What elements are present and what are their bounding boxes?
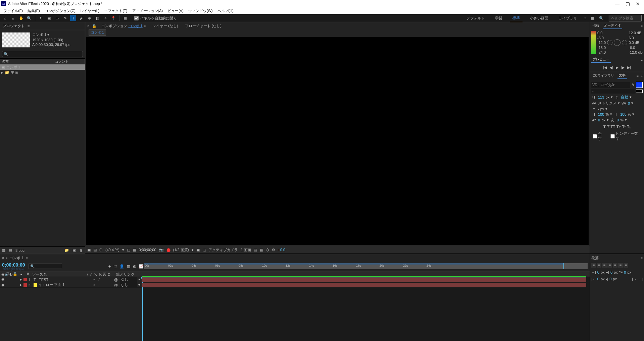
workspace-library[interactable]: ライブラリ xyxy=(556,14,580,22)
parent-pickwhip-icon[interactable]: @ xyxy=(114,283,119,287)
column-name[interactable]: 名前 xyxy=(0,59,53,64)
dropdown-icon[interactable]: ▾ xyxy=(138,283,140,287)
stroke-value[interactable]: 0 xyxy=(617,118,619,122)
draft-3d-icon[interactable]: ⬚ xyxy=(113,264,117,269)
dropdown-icon[interactable]: ▾ xyxy=(625,118,627,122)
dropdown-icon[interactable]: ▾ xyxy=(611,95,613,99)
superscript[interactable]: T¹ xyxy=(622,125,626,129)
camera-dropdown[interactable]: アクティブカメラ xyxy=(208,247,238,252)
3d-icon[interactable]: ⬚ xyxy=(202,248,206,252)
view-dropdown[interactable]: 1 画面 xyxy=(241,247,251,252)
font-dropdown[interactable]: VDL ロゴ丸Jr xyxy=(591,82,630,88)
leading-value[interactable]: 自動 xyxy=(621,95,628,100)
minimize-button[interactable]: — xyxy=(615,1,620,6)
dropdown-icon[interactable]: ▾ xyxy=(138,277,140,282)
font-size-value[interactable]: 113 xyxy=(598,95,604,99)
visibility-toggle[interactable]: ◉ xyxy=(1,283,5,287)
expand-icon[interactable]: » xyxy=(641,74,643,78)
font-style-dropdown[interactable]: - xyxy=(591,89,635,94)
vscale-value[interactable]: 100 xyxy=(598,112,604,116)
indent-left-value[interactable]: 0 xyxy=(597,270,599,274)
layer-bar[interactable] xyxy=(142,283,586,287)
cc-libraries-tab[interactable]: CCライブラリ xyxy=(591,73,615,79)
layer-name[interactable]: イエロー 平面 1 xyxy=(38,282,91,287)
parent-dropdown[interactable]: なし xyxy=(120,282,137,287)
brush-tool[interactable]: 🖌 xyxy=(78,15,84,21)
zoom-tool[interactable]: 🔍 xyxy=(26,15,32,21)
time-display[interactable]: 0;00;00;00 xyxy=(139,248,156,252)
first-line-value[interactable]: 0 xyxy=(624,270,626,274)
close-tab-icon[interactable]: × xyxy=(87,24,89,28)
fast-preview-icon[interactable]: ▾ xyxy=(192,248,194,252)
panel-menu-icon[interactable]: ≡ xyxy=(28,24,30,28)
parent-column[interactable]: 親とリンク xyxy=(115,271,142,277)
lock-icon[interactable]: ▪ xyxy=(6,256,7,260)
snapshot-icon[interactable]: 📷 xyxy=(159,248,164,252)
work-area-bar[interactable] xyxy=(144,263,564,265)
resolution-icon[interactable]: ▾ xyxy=(122,248,124,252)
exposure-value[interactable]: +0.0 xyxy=(278,248,285,252)
justify-center[interactable]: ≡ xyxy=(613,263,617,268)
first-frame-button[interactable]: |◀ xyxy=(603,65,607,70)
twirl-icon[interactable]: ▸ xyxy=(20,283,22,287)
tracking-value[interactable]: 0 xyxy=(628,101,630,105)
volume-knob-left[interactable] xyxy=(607,40,612,45)
info-tab[interactable]: 情報 xyxy=(591,23,601,29)
audio-tab[interactable]: オーディオ xyxy=(603,22,622,29)
composition-viewer[interactable] xyxy=(86,36,589,245)
dropdown-icon[interactable]: ▾ xyxy=(618,101,620,105)
clone-stamp-tool[interactable]: ⊕ xyxy=(86,15,92,21)
current-time[interactable]: 0;00;00;00 xyxy=(2,262,25,268)
share-icon[interactable]: ▦ xyxy=(260,248,263,252)
dropdown-icon[interactable]: ▾ xyxy=(631,101,633,105)
dropdown-icon[interactable]: ▾ xyxy=(610,112,612,116)
pixel-aspect-icon[interactable]: ▤ xyxy=(254,248,257,252)
dropdown-icon[interactable]: ▾ xyxy=(632,112,634,116)
volume-knob-master[interactable] xyxy=(614,39,621,46)
project-tab[interactable]: プロジェクト xyxy=(3,23,25,29)
transparency-grid-icon[interactable]: ▤ xyxy=(93,248,97,252)
play-button[interactable]: ▶ xyxy=(616,65,618,70)
roi-icon[interactable]: ▢ xyxy=(127,248,130,252)
panel-menu-icon[interactable]: ≡ xyxy=(26,256,28,260)
type-tool[interactable]: T xyxy=(70,15,76,21)
channel-icon[interactable]: ⬤ xyxy=(166,248,170,252)
parent-dropdown[interactable]: なし xyxy=(120,277,137,282)
direction-ltr-icon[interactable]: |→ xyxy=(632,277,637,281)
prev-frame-button[interactable]: ◀| xyxy=(609,65,613,70)
last-frame-button[interactable]: ▶| xyxy=(627,65,631,70)
menu-composition[interactable]: コンポジション(C) xyxy=(43,8,78,14)
roto-brush-tool[interactable]: ✧ xyxy=(102,15,108,21)
justify-right[interactable]: ≡ xyxy=(618,263,623,268)
source-name-column[interactable]: ソース名 xyxy=(31,271,85,277)
panel-menu-icon[interactable]: ≡ xyxy=(641,24,643,28)
hand-tool[interactable]: ✋ xyxy=(18,15,24,21)
renderer-icon[interactable]: ⚙ xyxy=(272,248,275,252)
dropdown-icon[interactable]: ▾ xyxy=(630,95,632,99)
stroke-swatch[interactable] xyxy=(636,90,643,93)
puppet-tool[interactable]: 📍 xyxy=(110,15,116,21)
project-item-folder[interactable]: ▸ 📁 平面 xyxy=(0,70,85,75)
shy-icon[interactable]: 👤 xyxy=(119,264,124,269)
hscale-value[interactable]: 100 xyxy=(620,112,626,116)
indent-right-value[interactable]: 0 xyxy=(597,277,599,281)
tsume-value[interactable]: - px xyxy=(598,107,604,111)
pen-tool[interactable]: ✎ xyxy=(62,15,68,21)
viewer-icon[interactable]: ▣ xyxy=(196,248,200,252)
timeline-ruler[interactable]: 00s 02s 04s 06s 08s 10s 12s 14s 16s 18s … xyxy=(144,263,588,269)
menu-file[interactable]: ファイル(F) xyxy=(1,8,25,14)
workspace-default[interactable]: デフォルト xyxy=(464,14,488,22)
work-area-end[interactable] xyxy=(563,263,564,269)
menu-effect[interactable]: エフェクト(T) xyxy=(102,8,129,14)
comp-name[interactable]: コンポ 1 ▾ xyxy=(32,32,70,37)
hindi-checkbox[interactable] xyxy=(610,134,615,138)
grid-icon[interactable]: ▦ xyxy=(133,248,136,252)
volume-knob-right[interactable] xyxy=(622,40,627,45)
small-caps[interactable]: Tᴛ xyxy=(616,125,621,129)
comp-tab[interactable]: コンポジション コンポ 1 ≡ xyxy=(99,23,148,29)
character-tab[interactable]: 文字 xyxy=(617,72,627,79)
project-search-input[interactable] xyxy=(2,51,83,57)
panel-menu-icon[interactable]: ≡ xyxy=(641,256,643,260)
dropdown-icon[interactable]: ▾ xyxy=(607,118,609,122)
layer-label-color[interactable] xyxy=(23,283,27,287)
